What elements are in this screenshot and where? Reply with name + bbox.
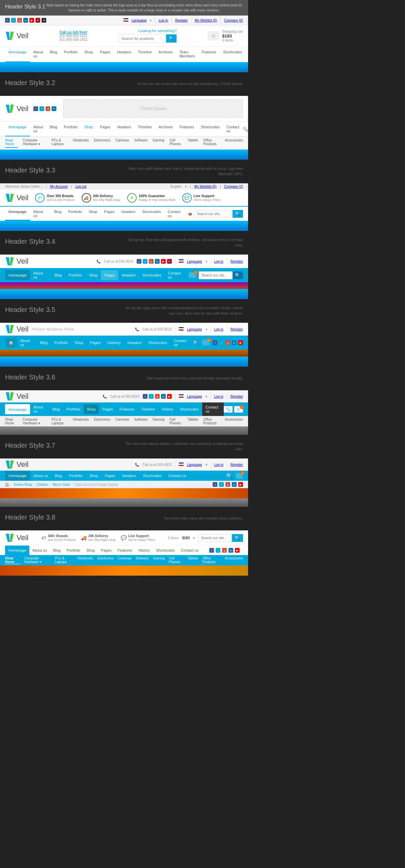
subnav-software[interactable]: Software [134,138,147,148]
facebook-icon[interactable]: f [143,394,147,399]
nav-portfolio[interactable]: Portfolio [61,47,81,62]
search-input[interactable] [199,271,233,279]
nav-shortcodes[interactable]: Shortcodes [139,471,165,481]
nav-headers[interactable]: Headers [114,47,135,62]
googleplus-icon[interactable]: g [46,106,50,111]
subnav-cameras[interactable]: Cameras [118,556,132,564]
linkedin-icon[interactable]: in [232,482,237,487]
nav-team[interactable]: Team Members [176,47,198,62]
subnav-pcs[interactable]: PCs & Laptops [52,138,68,148]
subnav-computer[interactable]: Computer Hardware ▾ [24,556,51,564]
subnav-gaming[interactable]: Gaming [153,556,165,564]
nav-features[interactable]: Features [198,47,220,62]
nav-pages[interactable]: Pages [101,270,118,280]
subnav-office[interactable]: Office Products [203,418,220,425]
nav-blog[interactable]: Blog [50,546,63,555]
nav-timeline[interactable]: Timeline [138,404,158,414]
subnav-phones[interactable]: Cell Phones [169,556,183,564]
nav-blog[interactable]: Blog [49,404,63,414]
nav-features[interactable]: Features [116,404,137,414]
facebook-icon[interactable]: f [137,259,141,264]
twitter-icon[interactable]: t [143,259,147,264]
subnav-accessories[interactable]: Accessories [225,418,243,425]
h35-home-btn[interactable]: 🏠 [5,338,17,348]
nav-contact[interactable]: Contact us [170,336,193,350]
nav-shop[interactable]: Shop [86,471,102,481]
nav-pages[interactable]: Pages [87,338,104,348]
compare-link[interactable]: Compare (2) [224,185,243,188]
nav-shortcodes[interactable]: Shortcodes [197,122,223,136]
nav-pages[interactable]: Pages [98,546,114,555]
subnav-ultrabooks[interactable]: Ultrabooks [77,556,93,564]
nav-contact[interactable]: Contact us [178,546,202,555]
nav-blog[interactable]: Blog [51,471,65,481]
search-button[interactable]: 🔍 [224,406,233,413]
nav-homepage[interactable]: Homepage [5,207,30,221]
rss-icon[interactable]: ✦ [42,18,46,23]
nav-contact[interactable]: Contact us [223,122,243,136]
subnav-ultrabooks[interactable]: Ultrabooks [73,418,89,425]
subnav-phones[interactable]: Cell Phones [169,138,183,148]
youtube-icon[interactable]: ▶ [238,340,243,345]
nav-blog[interactable]: Blog [47,47,61,62]
nav-homepage[interactable]: Homepage [5,270,30,280]
subnav-computer-hardware[interactable]: Computer Hardware ▾ [23,138,47,148]
subnav-shop-home[interactable]: Shop Home [5,418,18,425]
cart-button[interactable]: 🛒1 [189,272,196,278]
nav-pages[interactable]: Pages [101,471,118,481]
nav-timeline[interactable]: Timeline [134,122,155,136]
login-link[interactable]: Log in [214,327,223,331]
wishlist-link[interactable]: My Wishlist (0) [195,19,217,22]
nav-archives[interactable]: Archives [155,122,176,136]
nav-contact[interactable]: Contact us [165,471,190,481]
nav-shortcodes[interactable]: Shortcodes [139,207,164,221]
subnav-computer[interactable]: Computer Hardware ▾ [23,418,47,425]
nav-about[interactable]: About us [30,122,47,136]
nav-pages[interactable]: Pages [97,122,114,136]
subnav-accessories[interactable]: Accessories [225,138,243,148]
search-button[interactable]: 🔍 [233,271,243,279]
nav-headers[interactable]: Headers [114,122,135,136]
online-shop-crumb[interactable]: Online Shop [14,483,32,486]
subnav-office[interactable]: Office Products [202,556,221,564]
nav-shortcodes[interactable]: Shortcodes [139,270,165,280]
nav-shop[interactable]: Shop [81,122,97,136]
nav-headers[interactable]: Headers [118,207,139,221]
youtube-icon[interactable]: ▶ [235,548,240,553]
subnav-software[interactable]: Software [136,556,149,564]
nav-contact[interactable]: Contact us [165,268,189,282]
nav-shop[interactable]: Shop [81,47,97,62]
nav-contact[interactable]: Contact us [164,207,188,221]
nav-portfolio[interactable]: Portfolio [51,338,71,348]
youtube-icon[interactable]: ▶ [238,482,243,487]
toll-free-link[interactable]: Call us toll free! [59,30,87,34]
nav-features[interactable]: Features [115,546,135,555]
cart-button[interactable]: 🛒1 [236,473,243,479]
nav-portfolio[interactable]: Portfolio [63,546,83,555]
nav-portfolio[interactable]: Portfolio [65,207,85,221]
login-link[interactable]: Log In [159,19,168,22]
subnav-software[interactable]: Software [134,418,147,425]
subnav-ultrabooks[interactable]: Ultrabooks [73,138,89,148]
logout-link[interactable]: Log out [75,185,86,188]
googleplus-icon[interactable]: g [155,394,160,399]
nav-about[interactable]: About us [30,402,49,416]
subnav-electronics[interactable]: Electronics [94,138,110,148]
nav-about[interactable]: About us [30,47,47,62]
mens-suits-crumb[interactable]: Men's Suits [53,483,70,486]
register-link[interactable]: Register [231,395,243,398]
linkedin-icon[interactable]: in [232,340,237,345]
nav-shop[interactable]: Shop [86,270,101,280]
search-input[interactable] [198,534,232,542]
nav-history[interactable]: History [158,404,177,414]
linkedin-icon[interactable]: in [52,106,56,111]
nav-pages[interactable]: Pages [99,404,116,414]
nav-homepage[interactable]: Homepage [5,471,30,481]
nav-blog[interactable]: Blog [51,207,65,221]
search-icon[interactable]: 🔍 [193,340,198,345]
nav-pages[interactable]: Pages [101,207,118,221]
search-icon[interactable]: 🔍 [243,127,248,132]
subnav-tablets[interactable]: Tablets [187,556,198,564]
search-input[interactable] [194,210,231,217]
facebook-icon[interactable]: f [209,548,214,553]
